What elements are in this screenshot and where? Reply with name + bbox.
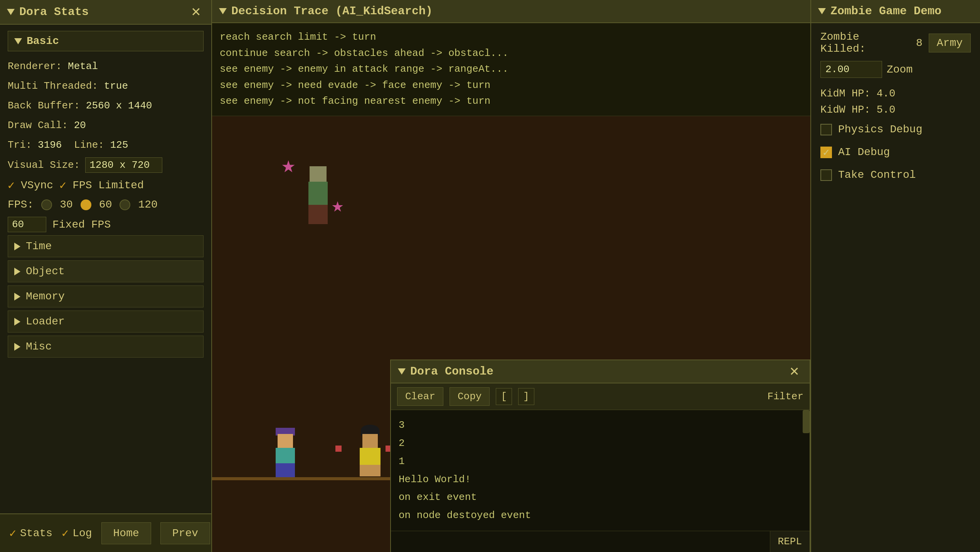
- misc-section[interactable]: Misc: [8, 336, 204, 358]
- zombie-body: [308, 182, 328, 205]
- kidm-hp-value: 4.0: [877, 88, 896, 100]
- basic-section-header[interactable]: Basic: [8, 31, 204, 51]
- decision-trace-title: Decision Trace (AI_KidSearch): [231, 5, 433, 18]
- fps60-radio[interactable]: [81, 199, 91, 210]
- tri-value: 3196: [38, 139, 62, 151]
- kid-teal-character: [270, 434, 301, 480]
- fps30-label: 30: [60, 199, 73, 211]
- prev-button[interactable]: Prev: [160, 522, 210, 544]
- right-collapse-icon[interactable]: [818, 8, 826, 14]
- console-line-4: Hello World!: [399, 471, 802, 489]
- zoom-label: Zoom: [887, 64, 913, 76]
- zoom-input[interactable]: [820, 61, 882, 78]
- console-line-1: 3: [399, 416, 802, 434]
- console-repl-row: REPL: [391, 531, 810, 552]
- drawcall-row: Draw Call: 20: [8, 116, 204, 135]
- vsync-checkmark[interactable]: ✓: [8, 178, 15, 192]
- trace-content: reach search limit -> turn continue sear…: [212, 23, 810, 116]
- vsync-row: ✓ VSync ✓ FPS Limited: [8, 175, 204, 196]
- fixed-fps-row: Fixed FPS: [8, 214, 204, 235]
- fps30-radio[interactable]: [41, 199, 52, 210]
- basic-label: Basic: [27, 35, 59, 47]
- dora-stats-header: Dora Stats ✕: [0, 0, 211, 25]
- time-section[interactable]: Time: [8, 235, 204, 257]
- console-line-5: on exit event: [399, 488, 802, 506]
- drawcall-label: Draw Call:: [8, 120, 68, 131]
- trace-line-5: see enemy -> not facing nearest enemy ->…: [220, 93, 803, 110]
- ai-debug-label: AI Debug: [838, 146, 890, 158]
- loader-expand-icon: [14, 318, 20, 326]
- fps120-radio[interactable]: [120, 199, 130, 210]
- zombie-killed-row: Zombie Killed: 8 Army: [820, 31, 971, 55]
- ai-debug-checkbox[interactable]: ✓: [820, 147, 832, 158]
- misc-expand-icon: [14, 343, 20, 351]
- kidm-hp-label: KidM HP:: [820, 88, 871, 100]
- ai-debug-option[interactable]: ✓ AI Debug: [820, 141, 971, 164]
- kidw-hp-label: KidW HP:: [820, 104, 871, 116]
- visualsize-row: Visual Size:: [8, 155, 204, 175]
- backbuffer-row: Back Buffer: 2560 x 1440: [8, 96, 204, 116]
- copy-button[interactable]: Copy: [450, 387, 490, 406]
- close-button[interactable]: ✕: [188, 5, 204, 19]
- trace-line-2: continue search -> obstacles ahead -> ob…: [220, 46, 803, 62]
- collapse-icon[interactable]: [7, 9, 15, 15]
- memory-section[interactable]: Memory: [8, 285, 204, 307]
- clear-button[interactable]: Clear: [397, 387, 443, 406]
- kidw-hp-value: 5.0: [877, 104, 896, 116]
- zombie-game-header: Zombie Game Demo: [811, 0, 980, 23]
- physics-debug-checkbox[interactable]: [820, 124, 832, 135]
- line-label: Line:: [74, 139, 104, 151]
- bracket-right[interactable]: ]: [518, 388, 534, 405]
- zoom-row: Zoom: [820, 61, 971, 78]
- dora-stats-title: Dora Stats: [7, 5, 89, 19]
- home-button[interactable]: Home: [101, 522, 151, 544]
- object-section[interactable]: Object: [8, 260, 204, 282]
- multithreaded-row: Multi Threaded: true: [8, 76, 204, 96]
- tri-label: Tri:: [8, 139, 32, 151]
- console-title: Dora Console: [410, 365, 493, 378]
- console-toolbar: Clear Copy [ ] Filter: [391, 383, 810, 410]
- console-scrollbar[interactable]: [803, 410, 810, 433]
- bracket-left[interactable]: [: [496, 388, 512, 405]
- trace-line-3: see enemy -> enemy in attack range -> ra…: [220, 61, 803, 78]
- army-button[interactable]: Army: [929, 34, 971, 52]
- physics-debug-option[interactable]: Physics Debug: [820, 118, 971, 141]
- trace-collapse-icon[interactable]: [219, 8, 227, 14]
- drawcall-value: 20: [74, 120, 86, 131]
- zombie-legs: [308, 205, 328, 224]
- time-label: Time: [26, 240, 52, 252]
- filter-label: Filter: [767, 391, 803, 402]
- fpslimited-checkmark[interactable]: ✓: [59, 178, 66, 192]
- visualsize-label: Visual Size:: [8, 158, 80, 173]
- backbuffer-label: Back Buffer:: [8, 100, 80, 111]
- kid-teal-legs: [276, 463, 295, 477]
- console-line-2: 2: [399, 434, 802, 452]
- time-expand-icon: [14, 243, 20, 250]
- tri-line-row: Tri: 3196 Line: 125: [8, 135, 204, 155]
- log-checkmark: ✓: [62, 526, 69, 540]
- renderer-label: Renderer:: [8, 61, 62, 72]
- fps-label: FPS:: [8, 199, 34, 211]
- stats-toolbar-label: Stats: [20, 527, 52, 539]
- stats-toolbar-item[interactable]: ✓ Stats: [9, 526, 52, 540]
- take-control-checkbox[interactable]: [820, 169, 832, 181]
- take-control-option[interactable]: Take Control: [820, 164, 971, 186]
- console-close-button[interactable]: ✕: [786, 364, 803, 379]
- zombie-head: [310, 166, 327, 182]
- console-panel: Dora Console ✕ Clear Copy [ ] Filter 3 2…: [390, 360, 810, 552]
- kid-yellow-body: [360, 448, 381, 465]
- zombie-game-title: Zombie Game Demo: [830, 5, 941, 18]
- repl-input[interactable]: [391, 531, 770, 552]
- fixed-fps-input[interactable]: [8, 217, 46, 232]
- loader-section[interactable]: Loader: [8, 311, 204, 333]
- visualsize-input[interactable]: [85, 157, 162, 173]
- log-toolbar-item[interactable]: ✓ Log: [62, 526, 92, 540]
- console-collapse-icon[interactable]: [398, 368, 406, 375]
- vsync-label: VSync: [21, 179, 53, 191]
- repl-label: REPL: [770, 531, 810, 552]
- kidm-hp-row: KidM HP: 4.0: [820, 86, 971, 102]
- kid-yellow-legs: [360, 465, 381, 476]
- line-value: 125: [110, 139, 128, 151]
- kid-teal-head: [278, 434, 293, 448]
- loader-label: Loader: [26, 316, 65, 327]
